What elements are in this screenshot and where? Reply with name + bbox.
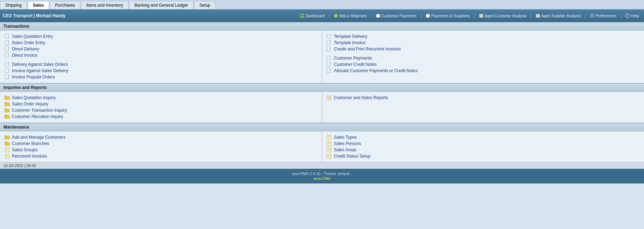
sales-persons[interactable]: Sales Persons <box>326 140 640 147</box>
direct-delivery-label: Direct Delivery <box>12 47 39 51</box>
svg-text:+: + <box>335 14 337 18</box>
folder-icon1 <box>4 95 10 100</box>
customer-and-sales-reports[interactable]: Customer and Sales Reports <box>326 95 640 101</box>
tab-banking[interactable]: Banking and General Ledger <box>129 1 193 9</box>
sales-groups[interactable]: Sales Groups <box>4 147 318 153</box>
doc-icon7 <box>4 75 10 79</box>
doc-icon10 <box>326 47 332 51</box>
customer-branches[interactable]: Customer Branches <box>4 140 318 147</box>
customer-payments-link[interactable]: Customer Payments <box>326 55 640 61</box>
aged-supplier-button[interactable]: Aged Supplier Analysis <box>533 13 583 19</box>
svg-rect-80 <box>327 95 331 100</box>
aged-customer-button[interactable]: Aged Customer Analysis <box>476 13 529 19</box>
sep2: | <box>371 13 372 18</box>
folder-icon5 <box>4 135 10 140</box>
sep1: | <box>328 13 330 18</box>
customer-transaction-inquiry[interactable]: Customer Transaction Inquiry <box>4 107 318 113</box>
sales-quotation-entry[interactable]: Sales Quotation Entry <box>4 33 318 40</box>
payments-suppliers-button[interactable]: Payments to Suppliers <box>423 13 472 19</box>
dashboard-icon <box>300 13 305 18</box>
customer-credit-notes[interactable]: Customer Credit Notes <box>326 61 640 68</box>
customer-payments-icon <box>375 13 380 18</box>
doc-icon12 <box>326 62 332 67</box>
spacer2 <box>326 52 640 55</box>
template-invoice[interactable]: Template Invoice <box>326 40 640 46</box>
add-manage-customers[interactable]: Add and Manage Customers <box>4 134 318 140</box>
dashboard-button[interactable]: Dashboard <box>298 13 327 19</box>
delivery-against-sales-orders[interactable]: Delivery Against Sales Orders <box>4 61 318 68</box>
add-shipment-button[interactable]: + Add a Shipment <box>331 13 369 19</box>
svg-rect-6 <box>376 14 380 18</box>
edit-icon2 <box>4 154 10 159</box>
invoice-against-sales-delivery[interactable]: Invoice Against Sales Delivery <box>4 68 318 74</box>
allocate-customer-payments-label: Allocate Customer Payments or Credit Not… <box>334 68 418 73</box>
transactions-left: Sales Quotation Entry Sales Order Entry … <box>0 30 322 83</box>
maintenance-body: Add and Manage Customers Customer Branch… <box>0 131 644 162</box>
doc-icon4 <box>4 53 10 58</box>
svg-rect-3 <box>303 16 304 18</box>
direct-invoice-label: Direct Invoice <box>12 53 38 58</box>
add-shipment-label: Add a Shipment <box>339 14 367 18</box>
template-delivery-label: Template Delivery <box>334 34 367 39</box>
customer-branches-label: Customer Branches <box>12 141 49 146</box>
inquiries-right: Customer and Sales Reports <box>322 92 644 123</box>
tab-purchases[interactable]: Purchases <box>50 1 80 9</box>
template-delivery[interactable]: Template Delivery <box>326 33 640 40</box>
invoice-prepaid-orders-label: Invoice Prepaid Orders <box>12 75 55 79</box>
preferences-icon <box>590 13 595 18</box>
customer-payments-button[interactable]: Customer Payments <box>373 13 419 19</box>
customer-credit-notes-label: Customer Credit Notes <box>334 62 377 67</box>
doc-icon3 <box>4 47 10 51</box>
footer: worxTMS 2.4.10 - Theme: default - worxTM… <box>0 169 644 183</box>
folder-icon6 <box>4 141 10 146</box>
invoice-prepaid-orders[interactable]: Invoice Prepaid Orders <box>4 74 318 80</box>
invoice-against-sales-delivery-label: Invoice Against Sales Delivery <box>12 68 68 73</box>
create-print-recurrent-invoices-label: Create and Print Recurrent Invoices <box>334 47 401 51</box>
allocate-customer-payments[interactable]: Allocate Customer Payments or Credit Not… <box>326 68 640 74</box>
sales-areas[interactable]: Sales Areas <box>326 147 640 153</box>
doc-icon8 <box>326 34 332 39</box>
doc-icon2 <box>4 40 10 45</box>
sales-quotation-inquiry-label: Sales Quotation Inquiry <box>12 95 56 100</box>
doc-icon6 <box>4 68 10 73</box>
sales-quotation-inquiry[interactable]: Sales Quotation Inquiry <box>4 95 318 101</box>
tab-setup[interactable]: Setup <box>194 1 216 9</box>
aged-supplier-label: Aged Supplier Analysis <box>541 14 581 18</box>
transactions-body: Sales Quotation Entry Sales Order Entry … <box>0 30 644 83</box>
svg-rect-86 <box>5 136 7 137</box>
tab-shipping[interactable]: Shipping <box>0 1 27 9</box>
tab-items[interactable]: Items and Inventory <box>81 1 128 9</box>
credit-status-setup[interactable]: Credit Status Setup <box>326 153 640 159</box>
customer-payments-link-label: Customer Payments <box>334 56 372 61</box>
svg-rect-10 <box>479 14 483 18</box>
spacer1 <box>4 58 318 61</box>
create-print-recurrent-invoices[interactable]: Create and Print Recurrent Invoices <box>326 46 640 52</box>
svg-rect-13 <box>536 14 540 18</box>
inquiries-left: Sales Quotation Inquiry Sales Order Inqu… <box>0 92 322 123</box>
svg-rect-0 <box>300 14 302 15</box>
sales-quotation-entry-label: Sales Quotation Entry <box>12 34 53 39</box>
payments-suppliers-icon <box>425 13 430 18</box>
svg-rect-89 <box>5 148 9 152</box>
edit-icon5 <box>326 147 332 152</box>
svg-rect-8 <box>426 14 430 18</box>
sep5: | <box>530 13 531 18</box>
svg-rect-79 <box>5 115 7 116</box>
help-button[interactable]: ? Help <box>623 13 641 19</box>
direct-invoice[interactable]: Direct Invoice <box>4 52 318 58</box>
sales-types-label: Sales Types <box>334 135 357 140</box>
template-invoice-label: Template Invoice <box>334 40 366 45</box>
sales-types[interactable]: Sales Types <box>326 134 640 140</box>
sales-order-inquiry[interactable]: Sales Order Inquiry <box>4 101 318 107</box>
tab-sales[interactable]: Sales <box>28 1 49 9</box>
customer-allocation-inquiry[interactable]: Customer Allocation Inquiry <box>4 113 318 120</box>
preferences-button[interactable]: Preferences <box>588 13 618 19</box>
recurrent-invoices[interactable]: Recurrent Invoices <box>4 153 318 159</box>
doc-icon <box>4 34 10 39</box>
doc-icon9 <box>326 40 332 45</box>
sales-order-entry[interactable]: Sales Order Entry <box>4 40 318 46</box>
direct-delivery[interactable]: Direct Delivery <box>4 46 318 52</box>
doc-icon13 <box>326 68 332 73</box>
customer-allocation-inquiry-label: Customer Allocation Inquiry <box>12 114 63 119</box>
svg-rect-75 <box>5 102 7 104</box>
